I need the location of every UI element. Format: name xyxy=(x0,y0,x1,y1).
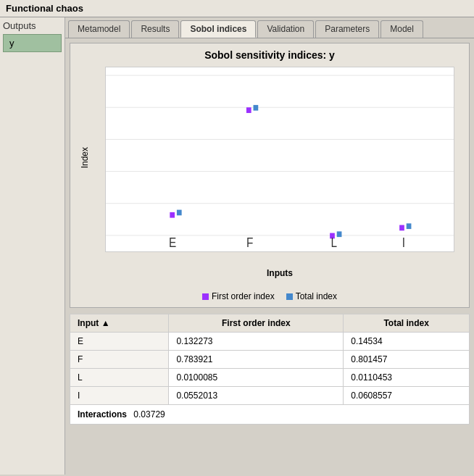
legend-first-order-label: First order index xyxy=(212,291,275,301)
svg-rect-18 xyxy=(407,223,412,229)
table-row: F 0.783921 0.801457 xyxy=(70,351,470,369)
svg-text:I: I xyxy=(402,235,405,250)
svg-text:E: E xyxy=(169,235,176,250)
total-cell: 0.14534 xyxy=(344,333,470,351)
window-title: Functional chaos xyxy=(0,0,474,17)
tab-metamodel[interactable]: Metamodel xyxy=(68,20,130,38)
table-row: I 0.0552013 0.0608557 xyxy=(70,387,470,405)
tab-content: Sobol sensitivity indices: y Index xyxy=(65,38,474,475)
content-area: Metamodel Results Sobol indices Validati… xyxy=(65,17,474,475)
legend-total-label: Total index xyxy=(296,291,337,301)
first-order-legend-dot xyxy=(202,293,209,300)
tab-bar: Metamodel Results Sobol indices Validati… xyxy=(65,17,474,38)
svg-rect-14 xyxy=(254,105,259,111)
first-order-cell: 0.783921 xyxy=(169,351,344,369)
interactions-row: Interactions 0.03729 xyxy=(70,405,470,425)
svg-text:F: F xyxy=(246,235,253,250)
chart-container: Sobol sensitivity indices: y Index xyxy=(70,43,470,308)
svg-rect-13 xyxy=(246,107,251,113)
interactions-value: 0.03729 xyxy=(133,409,165,419)
tab-validation[interactable]: Validation xyxy=(257,20,314,38)
input-cell: E xyxy=(70,333,169,351)
sidebar-label: Outputs xyxy=(3,20,62,31)
sidebar-item-y[interactable]: y xyxy=(3,34,62,52)
svg-text:L: L xyxy=(331,235,338,250)
legend-total: Total index xyxy=(286,291,337,301)
total-cell: 0.0608557 xyxy=(344,387,470,405)
svg-rect-12 xyxy=(177,210,182,216)
input-cell: L xyxy=(70,369,169,387)
svg-rect-16 xyxy=(337,231,342,237)
svg-rect-17 xyxy=(399,225,404,231)
tab-parameters[interactable]: Parameters xyxy=(315,20,379,38)
input-cell: I xyxy=(70,387,169,405)
chart-legend: First order index Total index xyxy=(76,291,463,301)
col-header-first-order: First order index xyxy=(169,314,344,333)
col-header-total: Total index xyxy=(344,314,470,333)
table-row: E 0.132273 0.14534 xyxy=(70,333,470,351)
interactions-label: Interactions xyxy=(78,409,127,419)
scatter-plot: 0 0.2 0.4 0.6 0.8 xyxy=(106,67,454,251)
chart-title: Sobol sensitivity indices: y xyxy=(76,49,463,61)
y-axis-label: Index xyxy=(80,147,90,168)
svg-rect-11 xyxy=(170,212,175,218)
total-cell: 0.0110453 xyxy=(344,369,470,387)
total-legend-dot xyxy=(286,293,293,300)
table-header-row: Input ▲ First order index Total index xyxy=(70,314,470,333)
data-table: Input ▲ First order index Total index E … xyxy=(70,314,470,425)
x-axis-label: Inputs xyxy=(267,268,293,278)
table-row: L 0.0100085 0.0110453 xyxy=(70,369,470,387)
tab-sobol[interactable]: Sobol indices xyxy=(180,20,256,38)
total-cell: 0.801457 xyxy=(344,351,470,369)
first-order-cell: 0.0552013 xyxy=(169,387,344,405)
first-order-cell: 0.0100085 xyxy=(169,369,344,387)
sidebar: Outputs y xyxy=(0,17,65,475)
input-cell: F xyxy=(70,351,169,369)
legend-first-order: First order index xyxy=(202,291,275,301)
tab-model[interactable]: Model xyxy=(381,20,423,38)
tab-results[interactable]: Results xyxy=(131,20,179,38)
first-order-cell: 0.132273 xyxy=(169,333,344,351)
col-header-input: Input ▲ xyxy=(70,314,169,333)
